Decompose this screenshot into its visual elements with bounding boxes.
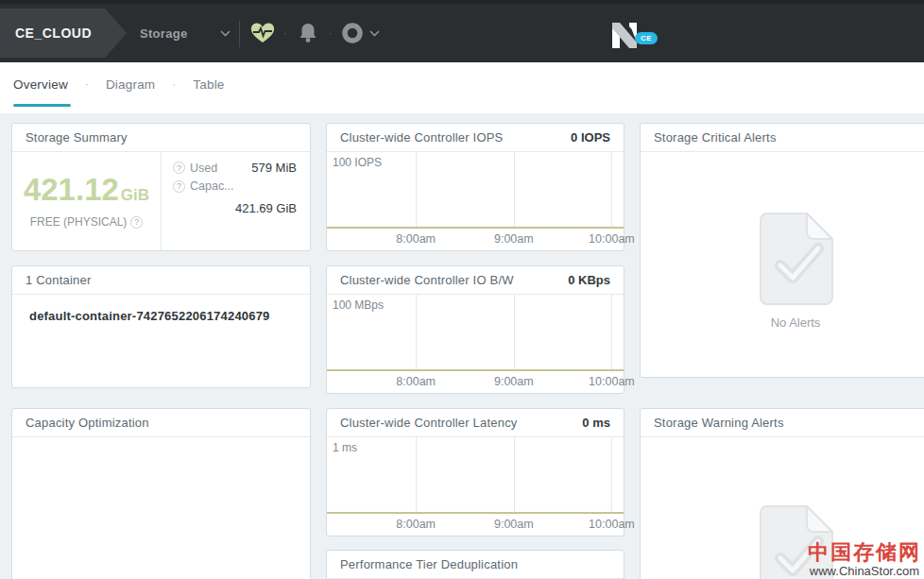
gridline bbox=[514, 152, 515, 229]
controller-iobw-card: Cluster-wide Controller IO B/W 0 KBps 10… bbox=[326, 265, 625, 394]
alerts-bell-icon[interactable] bbox=[295, 20, 321, 46]
gridline bbox=[416, 437, 417, 514]
card-title: Capacity Optimization bbox=[26, 416, 297, 430]
view-tab-bar: Overview · Diagram · Table bbox=[0, 62, 924, 113]
y-axis-max-label: 100 MBps bbox=[333, 298, 384, 312]
card-title: Performance Tier Deduplication bbox=[340, 557, 610, 571]
gridline bbox=[416, 152, 417, 229]
free-unit: GiB bbox=[121, 186, 149, 204]
cluster-name-banner[interactable]: CE_CLOUD bbox=[0, 9, 127, 58]
card-title: Storage Critical Alerts bbox=[654, 130, 924, 145]
free-label: FREE (PHYSICAL) bbox=[30, 215, 128, 229]
used-value: 579 MiB bbox=[251, 161, 297, 175]
container-name-link[interactable]: default-container-7427652206174240679 bbox=[29, 309, 270, 323]
help-icon[interactable]: ? bbox=[173, 162, 185, 174]
gridline bbox=[611, 437, 612, 514]
capacity-row: ? Capac... bbox=[173, 179, 297, 193]
storage-menu-label: Storage bbox=[140, 26, 188, 41]
x-tick: 9:00am bbox=[494, 232, 534, 246]
settings-gear-icon[interactable] bbox=[339, 20, 366, 46]
x-tick: 10:00am bbox=[589, 375, 635, 388]
gridline bbox=[611, 152, 612, 229]
latency-chart-plot[interactable]: 1 ms bbox=[327, 437, 624, 514]
tab-separator: · bbox=[85, 77, 89, 91]
nav-divider bbox=[239, 21, 240, 47]
card-header: Cluster-wide Controller IOPS 0 IOPS bbox=[327, 124, 624, 152]
free-value: 421.12 bbox=[24, 172, 119, 207]
card-title: Cluster-wide Controller IO B/W bbox=[340, 273, 568, 287]
x-tick: 8:00am bbox=[396, 375, 436, 388]
iobw-chart-plot[interactable]: 100 MBps bbox=[327, 295, 624, 371]
y-axis-max-label: 100 IOPS bbox=[333, 156, 382, 169]
nutanix-logo: CE bbox=[612, 23, 669, 49]
card-title: Cluster-wide Controller Latency bbox=[340, 416, 582, 430]
x-tick: 10:00am bbox=[589, 518, 635, 531]
perf-tier-dedup-card: Performance Tier Deduplication bbox=[326, 550, 625, 579]
ce-edition-badge: CE bbox=[635, 32, 658, 44]
health-heart-icon[interactable] bbox=[249, 20, 276, 46]
watermark-cn-text: 中国存储网 bbox=[808, 542, 921, 563]
card-header: Performance Tier Deduplication bbox=[327, 551, 624, 579]
container-card: 1 Container default-container-7427652206… bbox=[11, 265, 311, 388]
capacity-optimization-card: Capacity Optimization bbox=[11, 408, 311, 579]
gridline bbox=[514, 295, 515, 371]
y-axis-max-label: 1 ms bbox=[333, 441, 357, 454]
x-tick: 8:00am bbox=[396, 232, 436, 246]
settings-chevron-down-icon[interactable] bbox=[369, 30, 380, 37]
help-icon[interactable]: ? bbox=[173, 180, 185, 193]
gridline bbox=[416, 295, 417, 371]
controller-iops-card: Cluster-wide Controller IOPS 0 IOPS 100 … bbox=[326, 123, 625, 251]
chinastor-watermark: 中国存储网 www.ChinaStor.com bbox=[808, 542, 921, 577]
nutanix-n-icon bbox=[612, 23, 637, 48]
card-header: Storage Critical Alerts bbox=[641, 124, 924, 152]
card-header: Storage Summary bbox=[12, 124, 310, 152]
used-row: ? Used 579 MiB bbox=[173, 161, 297, 175]
card-header: Capacity Optimization bbox=[12, 409, 310, 437]
x-tick: 9:00am bbox=[494, 518, 534, 531]
no-alerts-document-icon bbox=[758, 213, 833, 305]
used-label: Used bbox=[190, 162, 217, 175]
top-nav-bar: CE_CLOUD Storage · · bbox=[0, 0, 924, 62]
x-axis-ticks: 8:00am 9:00am 10:00am bbox=[327, 514, 624, 536]
x-tick: 10:00am bbox=[589, 232, 635, 246]
x-axis-ticks: 8:00am 9:00am 10:00am bbox=[327, 229, 624, 251]
storage-summary-card: Storage Summary 421.12GiB FREE (PHYSICAL… bbox=[11, 123, 311, 251]
x-tick: 8:00am bbox=[396, 518, 436, 531]
no-alerts-label: No Alerts bbox=[771, 315, 821, 330]
gridline bbox=[514, 437, 515, 514]
current-value: 0 KBps bbox=[568, 273, 610, 287]
card-title: Storage Warning Alerts bbox=[654, 416, 924, 430]
free-physical-stat: 421.12GiB FREE (PHYSICAL) ? bbox=[12, 152, 162, 250]
card-header: Storage Warning Alerts bbox=[641, 409, 924, 437]
active-tab-underline bbox=[13, 104, 71, 107]
card-title: Cluster-wide Controller IOPS bbox=[340, 130, 571, 145]
watermark-url-text: www.ChinaStor.com bbox=[808, 565, 921, 577]
gridline bbox=[611, 295, 612, 371]
nav-separator-dot: · bbox=[329, 27, 333, 39]
card-header: Cluster-wide Controller IO B/W 0 KBps bbox=[327, 266, 624, 295]
iops-chart-plot[interactable]: 100 IOPS bbox=[327, 152, 624, 229]
controller-latency-card: Cluster-wide Controller Latency 0 ms 1 m… bbox=[326, 408, 625, 536]
chevron-down-icon bbox=[220, 30, 231, 37]
card-header: Cluster-wide Controller Latency 0 ms bbox=[327, 409, 624, 437]
nav-icon-group: · · bbox=[249, 4, 380, 62]
cluster-name: CE_CLOUD bbox=[15, 26, 92, 41]
x-axis-ticks: 8:00am 9:00am 10:00am bbox=[327, 371, 624, 394]
x-tick: 9:00am bbox=[494, 375, 534, 388]
tab-overview[interactable]: Overview bbox=[13, 77, 68, 92]
tab-table[interactable]: Table bbox=[193, 77, 224, 92]
nav-separator-dot: · bbox=[283, 27, 287, 39]
storage-menu-dropdown[interactable]: Storage bbox=[140, 4, 231, 62]
current-value: 0 IOPS bbox=[571, 130, 610, 145]
help-icon[interactable]: ? bbox=[130, 216, 143, 229]
current-value: 0 ms bbox=[582, 416, 610, 430]
card-title: Storage Summary bbox=[26, 130, 297, 145]
storage-dashboard: CE_CLOUD Storage · · bbox=[0, 0, 924, 579]
critical-alerts-card: Storage Critical Alerts No Alerts bbox=[640, 123, 924, 378]
tab-diagram[interactable]: Diagram bbox=[106, 77, 155, 92]
capacity-label: Capac... bbox=[190, 179, 234, 193]
card-header: 1 Container bbox=[12, 266, 310, 295]
card-title: 1 Container bbox=[26, 273, 297, 287]
capacity-value: 421.69 GiB bbox=[173, 201, 297, 215]
tab-separator: · bbox=[172, 77, 176, 91]
